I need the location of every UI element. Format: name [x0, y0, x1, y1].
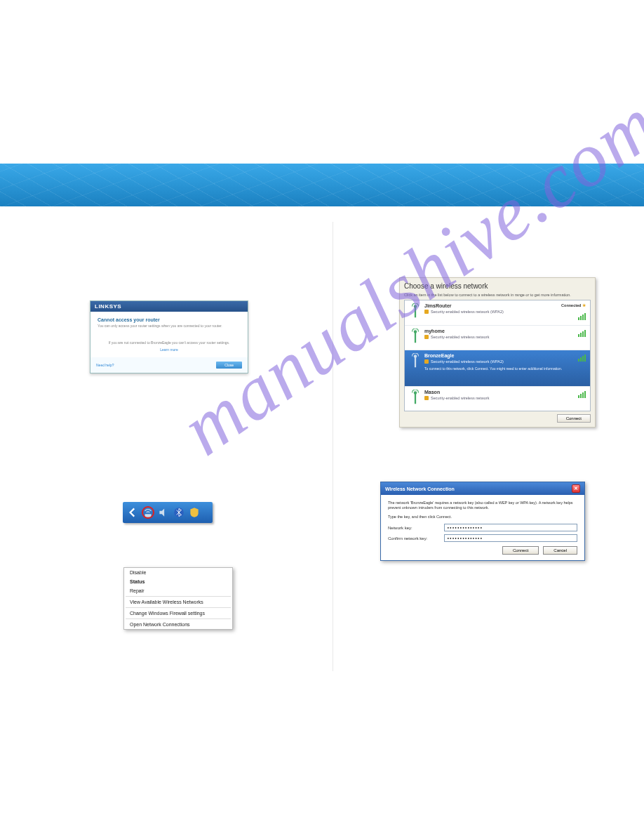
svg-rect-4 — [415, 331, 416, 343]
key-dialog-prompt: Type the key, and then click Connect. — [388, 515, 577, 519]
connect-hint: To connect to this network, click Connec… — [424, 366, 586, 371]
svg-point-5 — [414, 330, 417, 333]
connect-button[interactable]: Connect — [502, 546, 539, 555]
close-button[interactable]: Close — [216, 362, 242, 369]
confirm-key-label: Confirm network key: — [388, 536, 444, 541]
decorative-band — [0, 164, 644, 206]
linksys-titlebar: LINKSYS — [90, 301, 248, 312]
network-name: Mason — [424, 390, 586, 395]
network-key-dialog: Wireless Network Connection ✕ The networ… — [380, 482, 585, 561]
signal-bars-icon — [578, 355, 586, 362]
network-item[interactable]: Mason Security-enabled wireless network — [405, 387, 590, 411]
choose-wireless-subtitle: Click an item in the list below to conne… — [404, 293, 591, 297]
connect-button[interactable]: Connect — [557, 414, 591, 423]
highlight-circle — [142, 506, 154, 519]
wireless-tray-icon[interactable] — [141, 505, 155, 519]
network-key-input[interactable] — [444, 524, 577, 531]
menu-item-status[interactable]: Status — [124, 577, 232, 586]
key-dialog-message: The network 'BronzeEagle' requires a net… — [388, 501, 577, 510]
antenna-icon — [409, 353, 422, 372]
network-key-label: Network key: — [388, 526, 444, 530]
confirm-key-input[interactable] — [444, 534, 577, 542]
need-help-link[interactable]: Need help? — [96, 363, 114, 367]
menu-item-open-connections[interactable]: Open Network Connections — [124, 620, 232, 629]
svg-rect-8 — [415, 392, 416, 404]
system-tray — [123, 502, 213, 523]
menu-separator — [126, 596, 231, 597]
network-name: myhome — [424, 329, 586, 333]
network-security: Security-enabled wireless network (WPA2) — [431, 310, 504, 314]
menu-item-firewall[interactable]: Change Windows Firewall settings — [124, 609, 232, 618]
wireless-network-list: JimsRouter Security-enabled wireless net… — [404, 300, 591, 411]
menu-item-repair[interactable]: Repair — [124, 586, 232, 595]
key-dialog-titlebar: Wireless Network Connection ✕ — [381, 482, 584, 495]
linksys-error-dialog: LINKSYS Cannot access your router You ca… — [90, 300, 248, 373]
signal-bars-icon — [578, 313, 586, 320]
antenna-icon — [409, 303, 422, 322]
cancel-button[interactable]: Cancel — [543, 546, 577, 555]
menu-item-disable[interactable]: Disable — [124, 568, 232, 577]
lock-icon — [424, 359, 429, 364]
lock-icon — [424, 310, 429, 314]
lock-icon — [424, 335, 429, 339]
svg-rect-2 — [415, 307, 416, 318]
choose-wireless-panel: Choose a wireless network Click an item … — [399, 277, 596, 428]
learn-more-link[interactable]: Learn more — [98, 348, 241, 352]
menu-item-view-networks[interactable]: View Available Wireless Networks — [124, 597, 232, 607]
linksys-body: Cannot access your router You can only a… — [90, 312, 248, 357]
signal-bars-icon — [578, 330, 586, 337]
column-divider — [333, 222, 333, 671]
network-item-selected[interactable]: BronzeEagle Security-enabled wireless ne… — [405, 350, 590, 387]
bluetooth-tray-icon[interactable] — [172, 505, 186, 519]
network-name: BronzeEagle — [424, 353, 586, 358]
error-message: If you are not connected to BronzeEagle … — [98, 340, 241, 345]
tray-chevron-icon[interactable] — [126, 505, 140, 519]
choose-wireless-title: Choose a wireless network — [404, 282, 591, 290]
key-dialog-title: Wireless Network Connection — [385, 486, 455, 491]
menu-separator — [126, 618, 231, 619]
connected-badge: Connected ★ — [561, 303, 586, 307]
network-security: Security-enabled wireless network — [431, 335, 489, 339]
network-security: Security-enabled wireless network (WPA2) — [431, 359, 504, 364]
shield-tray-icon[interactable] — [187, 505, 201, 519]
svg-point-3 — [414, 305, 417, 308]
antenna-icon — [409, 329, 422, 348]
tray-context-menu: Disable Status Repair View Available Wir… — [123, 567, 233, 630]
error-title: Cannot access your router — [98, 317, 241, 322]
lock-icon — [424, 396, 429, 400]
svg-point-7 — [414, 355, 417, 358]
network-item[interactable]: myhome Security-enabled wireless network — [405, 326, 590, 351]
close-icon[interactable]: ✕ — [572, 484, 580, 493]
menu-separator — [126, 607, 231, 608]
antenna-icon — [409, 390, 422, 409]
error-subtitle: You can only access your router settings… — [98, 324, 241, 328]
network-item[interactable]: JimsRouter Security-enabled wireless net… — [405, 300, 590, 326]
svg-rect-6 — [415, 357, 416, 368]
signal-bars-icon — [578, 391, 586, 398]
svg-point-9 — [414, 391, 417, 395]
network-security: Security-enabled wireless network — [431, 396, 489, 400]
volume-tray-icon[interactable] — [156, 505, 170, 519]
